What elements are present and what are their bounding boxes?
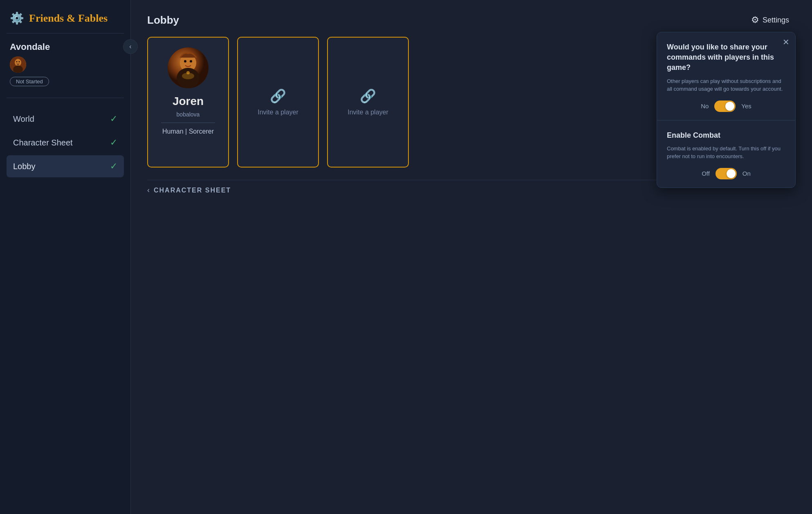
sidebar-item-character-sheet-label: Character Sheet (13, 138, 73, 147)
share-commands-knob (725, 102, 734, 111)
main-content: Lobby ⚙ Settings (131, 0, 812, 514)
enable-combat-desc: Combat is enabled by default. Turn this … (667, 145, 785, 161)
page-title: Lobby (147, 14, 179, 27)
svg-point-4 (19, 61, 20, 63)
collapse-icon: ‹ (129, 43, 131, 50)
char-sheet-back-icon: ‹ (147, 186, 150, 194)
invite-text-2: Invite a player (348, 109, 388, 116)
invite-text-1: Invite a player (258, 109, 298, 116)
enable-combat-toggle-row: Off On (667, 168, 785, 179)
settings-label: Settings (763, 16, 789, 25)
enable-combat-title: Enable Combat (667, 130, 785, 141)
svg-point-1 (15, 59, 21, 66)
player-name-joren: Joren (173, 95, 204, 108)
app-title: Friends & Fables (29, 12, 108, 25)
svg-point-10 (190, 60, 192, 63)
share-commands-title: Would you like to share your commands wi… (667, 42, 785, 73)
svg-point-3 (16, 61, 18, 63)
invite-card-1[interactable]: 🔗 Invite a player (237, 37, 319, 168)
player-avatar-joren (168, 47, 209, 88)
player-class-joren: Human | Sorcerer (162, 128, 214, 135)
sidebar-divider-bottom (7, 98, 124, 98)
player-divider-joren (161, 123, 215, 123)
world-check-icon: ✓ (110, 114, 117, 124)
share-commands-toggle-row: No Yes (667, 101, 785, 112)
invite-card-2[interactable]: 🔗 Invite a player (327, 37, 409, 168)
avatar (10, 56, 26, 73)
share-commands-toggle[interactable] (714, 101, 736, 112)
sidebar-item-lobby-label: Lobby (13, 162, 36, 171)
sidebar: ⚙️ Friends & Fables Avondale Not Started… (0, 0, 131, 514)
sidebar-item-world[interactable]: World ✓ (7, 108, 124, 130)
settings-section-share-commands: Would you like to share your commands wi… (657, 32, 795, 121)
share-commands-yes-label: Yes (741, 103, 751, 110)
settings-close-button[interactable]: ✕ (783, 37, 790, 47)
close-icon: ✕ (783, 38, 790, 47)
sidebar-user-section: Avondale Not Started (0, 34, 130, 94)
enable-combat-off-label: Off (702, 170, 710, 177)
player-card-joren[interactable]: Joren bobalova Human | Sorcerer (147, 37, 229, 168)
settings-icon: ⚙ (751, 15, 759, 25)
sidebar-item-world-label: World (13, 114, 34, 124)
char-sheet-nav-label: CHARACTER SHEET (154, 187, 231, 194)
invite-link-icon-1: 🔗 (270, 88, 286, 104)
svg-point-12 (186, 71, 190, 74)
share-commands-no-label: No (701, 103, 709, 110)
character-sheet-check-icon: ✓ (110, 137, 117, 148)
sidebar-collapse-button[interactable]: ‹ (123, 39, 138, 54)
enable-combat-toggle[interactable] (716, 168, 737, 179)
sidebar-item-lobby[interactable]: Lobby ✓ (7, 155, 124, 177)
invite-link-icon-2: 🔗 (360, 88, 376, 104)
settings-button[interactable]: ⚙ Settings (745, 11, 796, 29)
main-header: Lobby ⚙ Settings (131, 0, 812, 37)
svg-point-9 (184, 60, 186, 63)
enable-combat-on-label: On (742, 170, 751, 177)
enable-combat-knob (727, 169, 736, 178)
settings-section-enable-combat: Enable Combat Combat is enabled by defau… (657, 121, 795, 188)
sidebar-nav: World ✓ Character Sheet ✓ Lobby ✓ (0, 105, 130, 181)
lobby-check-icon: ✓ (110, 161, 117, 172)
player-username-joren: bobalova (177, 111, 200, 118)
sidebar-item-character-sheet[interactable]: Character Sheet ✓ (7, 132, 124, 154)
campaign-name: Avondale (10, 42, 121, 52)
settings-panel: ✕ Would you like to share your commands … (657, 32, 796, 188)
app-logo: ⚙️ Friends & Fables (0, 0, 130, 33)
logo-icon: ⚙️ (10, 11, 24, 25)
status-badge: Not Started (10, 77, 49, 86)
share-commands-desc: Other players can play without subscript… (667, 77, 785, 93)
